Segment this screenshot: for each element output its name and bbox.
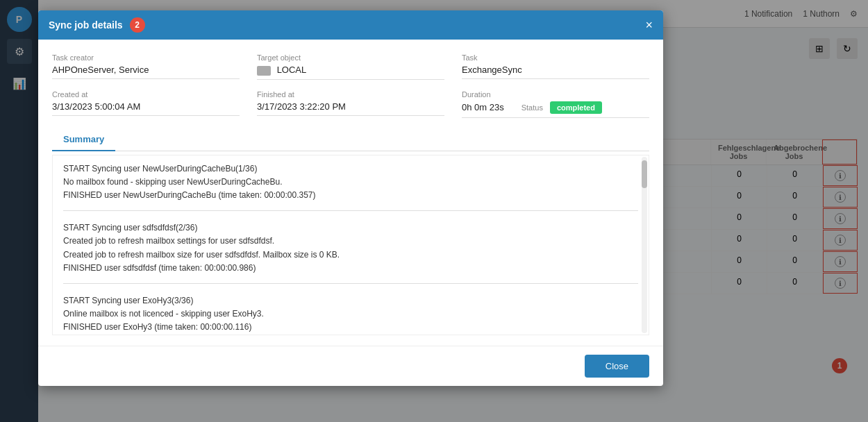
task-creator-value: AHPOneServer, Service: [52, 65, 240, 79]
duration-value: 0h 0m 23s: [462, 102, 504, 112]
log-line: No mailbox found - skipping user NewUser…: [63, 176, 638, 189]
modal-close-button[interactable]: ×: [645, 19, 653, 31]
log-container[interactable]: START Syncing user NewUserDuringCacheBu(…: [52, 155, 649, 335]
log-line: FINISHED user sdfsdfdsf (time taken: 00:…: [63, 262, 638, 275]
target-object-value: LOCAL: [257, 65, 444, 80]
field-grid-row2: Created at 3/13/2023 5:00:04 AM Finished…: [52, 90, 649, 118]
modal-body: Task creator AHPOneServer, Service Targe…: [38, 40, 663, 346]
modal-header: Sync job details 2 ×: [38, 10, 663, 40]
log-block-1: START Syncing user NewUserDuringCacheBu(…: [63, 162, 638, 212]
log-block-3: START Syncing user ExoHy3(3/36) Online m…: [63, 294, 638, 335]
log-line: FINISHED user NewUserDuringCacheBu (time…: [63, 189, 638, 202]
log-scrollbar[interactable]: [642, 157, 647, 333]
tab-bar: Summary: [52, 128, 649, 151]
modal-footer: Close: [38, 346, 663, 386]
created-at-field: Created at 3/13/2023 5:00:04 AM: [52, 90, 240, 118]
target-object-field: Target object LOCAL: [257, 53, 444, 80]
task-field: Task ExchangeSync: [462, 53, 649, 80]
tab-summary[interactable]: Summary: [52, 128, 115, 151]
log-scrollbar-thumb: [642, 160, 647, 188]
log-line: START Syncing user ExoHy3(3/36): [63, 294, 638, 307]
finished-at-label: Finished at: [257, 90, 444, 99]
created-at-label: Created at: [52, 90, 240, 99]
log-line: START Syncing user sdfsdfdsf(2/36): [63, 221, 638, 235]
task-creator-field: Task creator AHPOneServer, Service: [52, 53, 240, 80]
log-line: Created job to refresh mailbox size for …: [63, 248, 638, 262]
modal-badge: 2: [130, 17, 145, 33]
log-line: FINISHED user ExoHy3 (time taken: 00:00:…: [63, 321, 638, 334]
duration-label: Duration: [462, 90, 649, 99]
created-at-value: 3/13/2023 5:00:04 AM: [52, 101, 240, 116]
finished-at-field: Finished at 3/17/2023 3:22:20 PM: [257, 90, 444, 118]
task-creator-label: Task creator: [52, 53, 240, 62]
log-line: Created job to refresh mailbox settings …: [63, 235, 638, 248]
duration-field: Duration 0h 0m 23s Status completed: [462, 90, 649, 118]
task-value: ExchangeSync: [462, 65, 649, 79]
status-badge: completed: [550, 101, 602, 114]
modal-title: Sync job details: [49, 19, 123, 31]
target-object-label: Target object: [257, 53, 444, 62]
log-block-2: START Syncing user sdfsdfdsf(2/36) Creat…: [63, 221, 638, 284]
field-grid-row1: Task creator AHPOneServer, Service Targe…: [52, 53, 649, 80]
status-label: Status: [521, 103, 543, 112]
sync-job-details-modal: Sync job details 2 × Task creator AHPOne…: [38, 10, 663, 386]
modal-close-footer-button[interactable]: Close: [585, 355, 649, 378]
log-line: Online mailbox is not licenced - skippin…: [63, 307, 638, 321]
modal-title-row: Sync job details 2: [49, 17, 145, 33]
duration-value-row: 0h 0m 23s Status completed: [462, 101, 649, 118]
target-flag-icon: [257, 66, 271, 76]
finished-at-value: 3/17/2023 3:22:20 PM: [257, 101, 444, 116]
task-label: Task: [462, 53, 649, 62]
log-line: START Syncing user NewUserDuringCacheBu(…: [63, 162, 638, 176]
